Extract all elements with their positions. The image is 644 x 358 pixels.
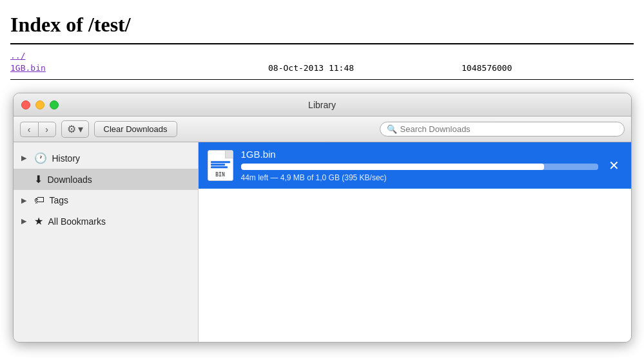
gear-icon: ⚙ [67, 123, 76, 135]
file-icon-body: BIN [208, 150, 233, 181]
expand-arrow-history: ▶ [21, 154, 29, 162]
sidebar-item-label-bookmarks: All Bookmarks [48, 216, 106, 227]
traffic-lights [21, 100, 59, 109]
library-window: Library ‹ › ⚙ ▾ Clear Downloads 🔍 ▶ 🕐 [13, 93, 632, 343]
sidebar-item-label-tags: Tags [50, 195, 69, 205]
nav-group: ‹ › [20, 122, 56, 137]
main-area: BIN 1GB.bin 44m left — 4,9 MB of 1,0 GB … [199, 142, 631, 342]
sidebar-item-downloads[interactable]: ▶ ⬇ Downloads [14, 169, 198, 190]
parent-dir-link[interactable]: ../ [10, 51, 25, 61]
chevron-down-icon: ▾ [78, 123, 83, 135]
search-icon: 🔍 [387, 124, 397, 134]
file-icon-fold [225, 151, 233, 158]
history-icon: 🕐 [34, 152, 47, 164]
search-input[interactable] [400, 124, 618, 134]
search-box: 🔍 [380, 122, 625, 137]
file-listing: ../ 1GB.bin 08-Oct-2013 11:48 1048576000 [10, 51, 634, 74]
close-button[interactable] [21, 100, 30, 109]
toolbar: ‹ › ⚙ ▾ Clear Downloads 🔍 [14, 117, 631, 142]
file-icon: BIN [208, 150, 233, 181]
tags-icon: 🏷 [34, 194, 44, 206]
sidebar-item-all-bookmarks[interactable]: ▶ ★ All Bookmarks [14, 211, 198, 232]
sidebar-item-label-downloads: Downloads [48, 174, 92, 185]
page-title: Index of /test/ [10, 13, 634, 37]
back-button[interactable]: ‹ [20, 122, 38, 137]
sidebar-item-label-history: History [52, 153, 81, 164]
title-bar: Library [14, 93, 631, 117]
download-filename: 1GB.bin [241, 149, 598, 160]
download-cancel-button[interactable]: ✕ [606, 155, 622, 176]
downloads-icon: ⬇ [34, 173, 43, 185]
expand-arrow-tags: ▶ [21, 196, 29, 205]
parent-link: ../ [10, 51, 634, 61]
file-icon-blue [208, 160, 233, 169]
download-info: 1GB.bin 44m left — 4,9 MB of 1,0 GB (395… [241, 149, 598, 182]
sidebar: ▶ 🕐 History ▶ ⬇ Downloads ▶ 🏷 Tags ▶ ★ A… [14, 142, 199, 342]
expand-arrow-bookmarks: ▶ [21, 217, 29, 225]
minimize-button[interactable] [35, 100, 44, 109]
file-type-label: BIN [208, 172, 233, 178]
progress-bar-background [241, 164, 598, 170]
page-divider [10, 43, 634, 44]
file-size: 1048576000 [462, 63, 512, 73]
content-area: ▶ 🕐 History ▶ ⬇ Downloads ▶ 🏷 Tags ▶ ★ A… [14, 142, 631, 342]
forward-icon: › [45, 124, 48, 135]
clear-downloads-button[interactable]: Clear Downloads [94, 121, 177, 137]
forward-button[interactable]: › [38, 122, 56, 137]
file-row: 1GB.bin 08-Oct-2013 11:48 1048576000 [10, 62, 634, 74]
file-link[interactable]: 1GB.bin [10, 63, 46, 73]
sidebar-item-tags[interactable]: ▶ 🏷 Tags [14, 190, 198, 211]
page-divider2 [10, 79, 634, 80]
bookmarks-icon: ★ [34, 215, 43, 227]
back-icon: ‹ [28, 124, 31, 135]
window-title: Library [308, 100, 336, 110]
file-date: 08-Oct-2013 11:48 [268, 63, 397, 73]
download-status: 44m left — 4,9 MB of 1,0 GB (395 KB/sec) [241, 173, 598, 182]
file-name: 1GB.bin [10, 63, 139, 73]
sidebar-item-history[interactable]: ▶ 🕐 History [14, 147, 198, 169]
maximize-button[interactable] [50, 100, 59, 109]
progress-bar-fill [241, 164, 545, 170]
browser-page: Index of /test/ ../ 1GB.bin 08-Oct-2013 … [0, 0, 644, 86]
gear-button[interactable]: ⚙ ▾ [61, 120, 89, 138]
download-item: BIN 1GB.bin 44m left — 4,9 MB of 1,0 GB … [199, 142, 631, 189]
